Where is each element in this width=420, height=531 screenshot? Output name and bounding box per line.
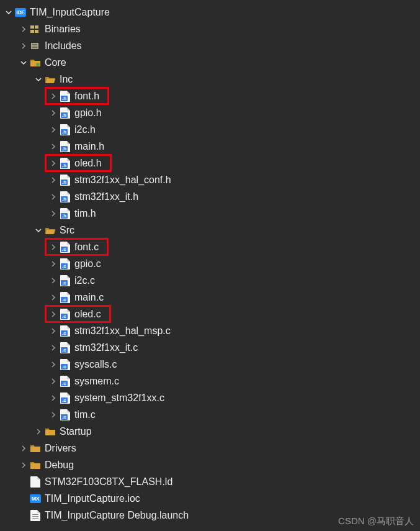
tree-item-label: oled.h (74, 158, 102, 169)
tree-item-label: Core (45, 57, 66, 68)
chevron-right-icon[interactable] (48, 293, 58, 302)
chevron-right-icon[interactable] (48, 276, 58, 286)
tree-item-label: TIM_InputCapture.ioc (45, 493, 140, 504)
tree-item-label: main.c (74, 292, 104, 303)
h-icon: .h (60, 107, 71, 119)
tree-item-stm32f1xx-it-c[interactable]: .cstm32f1xx_it.c (0, 339, 420, 356)
tree-item-main-h[interactable]: .hmain.h (0, 138, 420, 155)
svg-rect-7 (30, 60, 34, 61)
chevron-right-icon[interactable] (48, 360, 58, 370)
project-explorer-tree[interactable]: IDETIM_InputCaptureBinariesIncludesCoreI… (0, 0, 420, 524)
txt-icon (30, 510, 41, 521)
chevron-right-icon[interactable] (34, 427, 43, 437)
chevron-right-icon[interactable] (19, 24, 29, 34)
tree-item-label: tim.h (74, 208, 96, 219)
tree-item-gpio-h[interactable]: .hgpio.h (0, 104, 420, 121)
chevron-right-icon[interactable] (48, 259, 58, 269)
binaries-icon (30, 24, 41, 35)
chevron-right-icon[interactable] (48, 242, 58, 252)
includes-icon (30, 40, 41, 52)
tree-item-font-h[interactable]: .hfont.h (0, 88, 420, 104)
chevron-right-icon[interactable] (48, 209, 58, 219)
chevron-right-icon[interactable] (48, 108, 58, 118)
svg-rect-5 (32, 44, 37, 45)
tree-item-tim-inputcapture-ioc[interactable]: MXTIM_InputCapture.ioc (0, 490, 420, 507)
mx-icon: MX (30, 493, 41, 504)
tree-item-label: Debug (45, 460, 74, 471)
tree-item-label: stm32f1xx_hal_msp.c (74, 325, 171, 337)
watermark: CSDN @马职音人 (338, 515, 414, 527)
chevron-down-icon[interactable] (4, 7, 14, 17)
tree-item-sysmem-c[interactable]: .csysmem.c (0, 373, 420, 389)
c-icon: .c (60, 325, 71, 337)
tree-item-label: Binaries (45, 24, 81, 35)
folder-open-icon (45, 74, 56, 85)
folder-icon (30, 460, 41, 471)
tree-item-i2c-c[interactable]: .ci2c.c (0, 272, 420, 289)
chevron-right-icon[interactable] (48, 326, 58, 336)
tree-item-src[interactable]: Src (0, 222, 420, 238)
tree-item-startup[interactable]: Startup (0, 423, 420, 440)
svg-rect-9 (45, 429, 49, 430)
tree-item-tim-c[interactable]: .ctim.c (0, 406, 420, 423)
tree-item-label: oled.c (74, 309, 101, 320)
tree-item-core[interactable]: Core (0, 54, 420, 71)
tree-item-main-c[interactable]: .cmain.c (0, 289, 420, 306)
tree-item-label: main.h (74, 141, 104, 152)
tree-item-label: STM32F103C8TX_FLASH.ld (45, 476, 172, 488)
chevron-right-icon[interactable] (48, 158, 58, 168)
tree-item-label: Drivers (45, 443, 76, 454)
chevron-right-icon[interactable] (19, 460, 29, 470)
chevron-right-icon[interactable] (48, 91, 58, 101)
chevron-right-icon[interactable] (48, 376, 58, 386)
chevron-right-icon[interactable] (48, 142, 58, 152)
project-root[interactable]: IDETIM_InputCapture (0, 4, 420, 20)
tree-item-includes[interactable]: Includes (0, 37, 420, 54)
svg-rect-6 (32, 47, 37, 48)
tree-item-i2c-h[interactable]: .hi2c.h (0, 121, 420, 138)
tree-item-oled-h[interactable]: .holed.h (0, 155, 420, 171)
tree-item-label: stm32f1xx_it.h (74, 191, 138, 202)
no-chevron (19, 494, 29, 504)
tree-item-system-stm32f1xx-c[interactable]: .csystem_stm32f1xx.c (0, 389, 420, 406)
c-icon: .c (60, 275, 71, 286)
chevron-right-icon[interactable] (48, 343, 58, 353)
tree-item-debug[interactable]: Debug (0, 456, 420, 473)
tree-item-drivers[interactable]: Drivers (0, 440, 420, 456)
chevron-right-icon[interactable] (19, 41, 29, 51)
tree-item-stm32f1xx-it-h[interactable]: .hstm32f1xx_it.h (0, 188, 420, 205)
tree-item-syscalls-c[interactable]: .csyscalls.c (0, 356, 420, 373)
tree-item-label: font.c (74, 242, 99, 253)
svg-rect-4 (31, 43, 38, 49)
svg-rect-1 (35, 25, 38, 29)
tree-item-oled-c[interactable]: .coled.c (0, 306, 420, 322)
tree-item-label: i2c.c (74, 275, 95, 286)
tree-item-label: Inc (60, 74, 73, 85)
tree-item-label: syscalls.c (74, 359, 117, 370)
chevron-down-icon[interactable] (34, 225, 43, 235)
chevron-right-icon[interactable] (48, 393, 58, 403)
ide-icon: IDE (15, 7, 26, 18)
tree-item-stm32f1xx-hal-msp-c[interactable]: .cstm32f1xx_hal_msp.c (0, 322, 420, 339)
folder-open-icon (45, 225, 56, 236)
chevron-down-icon[interactable] (34, 75, 43, 84)
tree-item-stm32f1xx-hal-conf-h[interactable]: .hstm32f1xx_hal_conf.h (0, 171, 420, 188)
tree-item-tim-h[interactable]: .htim.h (0, 205, 420, 222)
tree-item-inc[interactable]: Inc (0, 71, 420, 88)
chevron-right-icon[interactable] (48, 309, 58, 319)
tree-item-label: gpio.h (74, 107, 102, 119)
chevron-right-icon[interactable] (48, 192, 58, 202)
tree-item-font-c[interactable]: .cfont.c (0, 238, 420, 255)
tree-item-label: Includes (45, 40, 82, 52)
h-icon: .h (60, 158, 71, 169)
chevron-right-icon[interactable] (48, 175, 58, 185)
tree-item-binaries[interactable]: Binaries (0, 20, 420, 37)
svg-rect-2 (30, 30, 34, 33)
chevron-right-icon[interactable] (48, 410, 58, 420)
chevron-down-icon[interactable] (19, 58, 29, 68)
tree-item-gpio-c[interactable]: .cgpio.c (0, 255, 420, 272)
chevron-right-icon[interactable] (48, 125, 58, 135)
chevron-right-icon[interactable] (19, 443, 29, 453)
tree-item-stm32f103c8tx-flash-ld[interactable]: STM32F103C8TX_FLASH.ld (0, 473, 420, 490)
svg-point-8 (36, 63, 40, 66)
